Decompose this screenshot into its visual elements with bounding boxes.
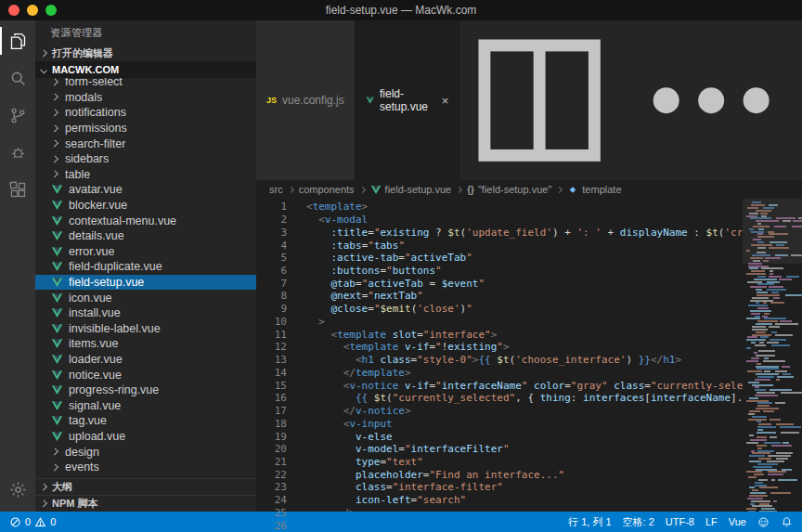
tree-item-tag.vue[interactable]: tag.vue xyxy=(35,413,256,429)
tree-item-progress-ring.vue[interactable]: progress-ring.vue xyxy=(35,383,256,398)
git-icon xyxy=(8,106,28,125)
tree-item-blocker.vue[interactable]: blocker.vue xyxy=(35,198,256,214)
tree-item-label: notice.vue xyxy=(69,369,122,382)
tree-item-upload.vue[interactable]: upload.vue xyxy=(35,429,256,445)
split-editor-button[interactable] xyxy=(459,20,619,180)
tree-item-items.vue[interactable]: items.vue xyxy=(35,336,256,352)
tree-item-search-filter[interactable]: search-filter xyxy=(35,136,256,151)
code-lines[interactable]: <template> <v-modal :title="existing ? $… xyxy=(293,199,743,512)
vue-file-icon xyxy=(51,384,63,396)
tree-item-notifications[interactable]: notifications xyxy=(35,105,256,121)
code-line: /> xyxy=(306,507,743,512)
line-number: 24 xyxy=(256,494,287,507)
vscode-window: field-setup.vue — MacWk.com 资源管理器 打开的编辑器… xyxy=(0,0,802,532)
outline-header[interactable]: 大纲 xyxy=(35,478,256,495)
tree-item-label: progress-ring.vue xyxy=(69,383,159,396)
tree-item-sidebars[interactable]: sidebars xyxy=(35,151,256,167)
feedback-smiley[interactable] xyxy=(757,516,770,528)
status-bar-left: 0 0 xyxy=(9,516,56,528)
tree-item-events[interactable]: events xyxy=(35,460,256,475)
tree-item-table[interactable]: table xyxy=(35,167,256,183)
line-number: 6 xyxy=(256,265,287,278)
indentation[interactable]: 空格: 2 xyxy=(623,515,654,529)
zoom-window-button[interactable] xyxy=(45,5,57,16)
close-window-button[interactable] xyxy=(8,5,19,16)
tree-item-install.vue[interactable]: install.vue xyxy=(35,305,256,321)
extensions-icon xyxy=(8,180,28,200)
line-number: 11 xyxy=(256,329,287,342)
tab-field-setup.vue[interactable]: field-setup.vue× xyxy=(356,20,460,180)
tree-item-field-duplicate.vue[interactable]: field-duplicate.vue xyxy=(35,259,256,275)
vue-file-icon xyxy=(51,215,63,227)
tree-item-modals[interactable]: modals xyxy=(35,90,256,106)
breadcrumb-item[interactable]: components xyxy=(299,184,355,195)
vue-file-icon xyxy=(51,370,63,381)
activity-extensions[interactable] xyxy=(0,171,35,208)
language-mode[interactable]: Vue xyxy=(729,516,746,527)
close-tab-button[interactable]: × xyxy=(442,95,449,107)
tree-item-loader.vue[interactable]: loader.vue xyxy=(35,352,256,368)
tree-item-label: loader.vue xyxy=(69,353,123,366)
tree-item-label: design xyxy=(65,446,99,459)
breadcrumb-label: components xyxy=(299,184,355,195)
npm-scripts-header[interactable]: NPM 脚本 xyxy=(35,495,256,512)
problems-status[interactable]: 0 0 xyxy=(9,516,56,528)
braces-icon: {} xyxy=(467,185,474,195)
tree-item-signal.vue[interactable]: signal.vue xyxy=(35,397,256,413)
code-line: </v-notice> xyxy=(306,405,743,418)
activity-debug[interactable] xyxy=(0,134,35,171)
chevron-right-icon xyxy=(40,484,47,491)
tree-item-error.vue[interactable]: error.vue xyxy=(35,244,256,260)
activity-source-control[interactable] xyxy=(0,97,35,134)
titlebar: field-setup.vue — MacWk.com xyxy=(0,0,802,20)
tree-item-contextual-menu.vue[interactable]: contextual-menu.vue xyxy=(35,213,256,228)
open-editors-header[interactable]: 打开的编辑器 xyxy=(35,45,256,61)
tree-item-label: signal.vue xyxy=(69,399,121,412)
file-tree: form-selectmodalsnotificationspermission… xyxy=(35,78,256,478)
eol[interactable]: LF xyxy=(705,516,718,527)
project-header[interactable]: MACWK.COM xyxy=(35,61,256,78)
vue-file-icon xyxy=(51,246,63,257)
breadcrumb-item[interactable]: field-setup.vue xyxy=(370,184,452,195)
minimap[interactable] xyxy=(743,199,802,512)
tree-item-details.vue[interactable]: details.vue xyxy=(35,228,256,244)
tree-item-avatar.vue[interactable]: avatar.vue xyxy=(35,182,256,198)
tree-item-icon.vue[interactable]: icon.vue xyxy=(35,290,256,305)
vue-file-icon xyxy=(51,261,63,272)
line-number: 20 xyxy=(256,443,287,456)
code-line: <v-modal xyxy=(306,214,743,227)
minimap-slider[interactable] xyxy=(743,199,802,264)
vue-file-icon xyxy=(51,431,63,442)
activity-settings[interactable] xyxy=(0,471,35,508)
tree-item-invisible-label.vue[interactable]: invisible-label.vue xyxy=(35,321,256,337)
tab-vue.config.js[interactable]: JSvue.config.js xyxy=(256,20,356,180)
code-area[interactable]: 1234567891011121314151617181920212223242… xyxy=(256,199,802,512)
activity-explorer[interactable] xyxy=(0,22,35,59)
breadcrumb-item[interactable]: {}"field-setup.vue" xyxy=(467,184,551,195)
chevron-right-icon xyxy=(40,49,47,57)
tree-item-permissions[interactable]: permissions xyxy=(35,121,256,136)
warnings-icon xyxy=(34,516,46,528)
tree-item-design[interactable]: design xyxy=(35,444,256,460)
line-number: 12 xyxy=(256,341,287,354)
activity-search[interactable] xyxy=(0,59,35,97)
vue-file-icon xyxy=(51,415,63,426)
chevron-right-icon xyxy=(40,500,47,508)
breadcrumb-item[interactable]: src xyxy=(269,184,283,195)
tree-item-notice.vue[interactable]: notice.vue xyxy=(35,367,256,383)
cursor-position[interactable]: 行 1, 列 1 xyxy=(568,515,611,529)
code-line: <template v-if="!existing"> xyxy=(306,341,743,354)
warning-count: 0 xyxy=(50,516,56,527)
tree-item-field-setup.vue[interactable]: field-setup.vue xyxy=(35,275,256,291)
notifications-bell[interactable] xyxy=(781,516,793,528)
tree-item-form-select[interactable]: form-select xyxy=(35,78,256,90)
more-actions-button[interactable] xyxy=(631,20,791,180)
vue-file-icon xyxy=(51,400,63,411)
line-number: 15 xyxy=(256,380,287,393)
code-line: @tab="activeTab = $event" xyxy=(306,278,743,291)
encoding[interactable]: UTF-8 xyxy=(666,516,694,527)
vue-file-icon xyxy=(51,230,63,241)
vue-file-icon xyxy=(51,277,63,288)
minimize-window-button[interactable] xyxy=(27,5,38,16)
breadcrumb-item[interactable]: template xyxy=(567,184,621,195)
